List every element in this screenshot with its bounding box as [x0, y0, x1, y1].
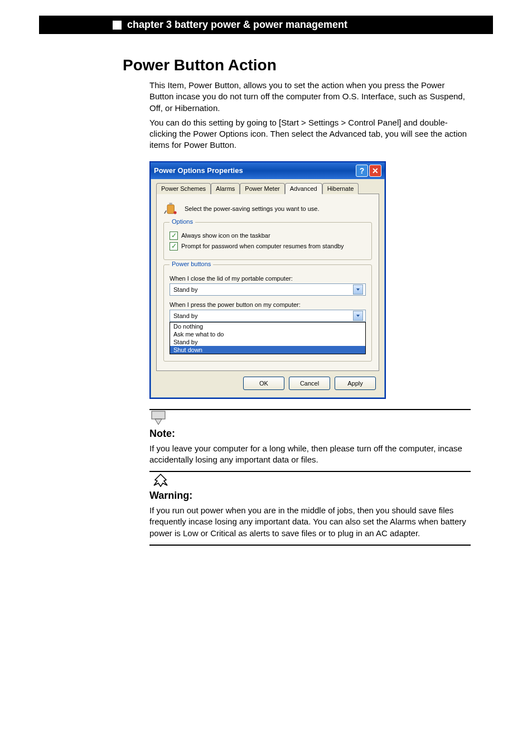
- checkbox-label: Always show icon on the taskbar: [181, 232, 270, 239]
- dialog-button-row: OK Cancel Apply: [156, 371, 379, 392]
- warning-text: If you run out power when you are in the…: [149, 505, 471, 539]
- svg-point-2: [173, 211, 176, 214]
- intro-text: Select the power-saving settings you wan…: [185, 205, 320, 212]
- chevron-down-icon: [353, 285, 363, 295]
- cancel-button[interactable]: Cancel: [289, 377, 330, 390]
- note-block: Note:: [149, 410, 471, 440]
- warning-block: Warning:: [149, 472, 471, 502]
- dropdown-option-selected[interactable]: Shut down: [170, 346, 365, 354]
- power-buttons-group: Power buttons When I close the lid of my…: [163, 264, 372, 362]
- chapter-line: chapter 3 battery power & power manageme…: [127, 19, 347, 31]
- svg-rect-1: [170, 203, 172, 205]
- divider: [149, 545, 471, 546]
- dropdown-option[interactable]: Stand by: [170, 338, 365, 346]
- apply-button[interactable]: Apply: [335, 377, 376, 390]
- tab-hibernate[interactable]: Hibernate: [322, 183, 359, 194]
- tab-panel-advanced: Select the power-saving settings you wan…: [156, 194, 379, 371]
- ok-button[interactable]: OK: [243, 377, 284, 390]
- power-button-label: When I press the power button on my comp…: [170, 301, 366, 308]
- warning-icon: [149, 472, 172, 488]
- page-header: chapter 3 battery power & power manageme…: [39, 16, 493, 34]
- checkbox-icon: ✓: [170, 232, 178, 240]
- checkbox-label: Prompt for password when computer resume…: [181, 243, 344, 249]
- power-button-dropdown[interactable]: Do nothing Ask me what to do Stand by Sh…: [170, 322, 366, 354]
- lid-close-select[interactable]: Stand by: [170, 283, 366, 296]
- power-button-select[interactable]: Stand by: [170, 310, 366, 322]
- power-options-dialog: Power Options Properties ? ✕ Power Schem…: [149, 161, 386, 399]
- dialog-title: Power Options Properties: [154, 166, 243, 175]
- section-title: Power Button Action: [123, 56, 532, 74]
- section-paragraph-2: You can do this setting by going to [Sta…: [149, 117, 471, 151]
- note-icon: [149, 410, 172, 426]
- dialog-titlebar[interactable]: Power Options Properties ? ✕: [151, 162, 385, 179]
- dropdown-option[interactable]: Do nothing: [170, 322, 365, 330]
- dropdown-option[interactable]: Ask me what to do: [170, 330, 365, 338]
- options-group: Options ✓ Always show icon on the taskba…: [163, 222, 372, 260]
- svg-rect-0: [167, 205, 174, 214]
- section-paragraph-1: This Item, Power Button, allows you to s…: [149, 80, 471, 114]
- tab-power-meter[interactable]: Power Meter: [240, 183, 284, 194]
- power-button-value: Stand by: [173, 312, 197, 319]
- tab-power-schemes[interactable]: Power Schemes: [156, 183, 211, 194]
- battery-plug-icon: [163, 201, 179, 216]
- close-button[interactable]: ✕: [369, 165, 381, 177]
- checkbox-taskbar-icon[interactable]: ✓ Always show icon on the taskbar: [170, 232, 366, 240]
- warning-label: Warning:: [149, 490, 192, 502]
- dialog-tabs: Power Schemes Alarms Power Meter Advance…: [156, 183, 379, 194]
- svg-rect-3: [152, 411, 165, 419]
- checkbox-icon: ✓: [170, 242, 178, 251]
- note-text: If you leave your computer for a long wh…: [149, 443, 471, 466]
- chevron-down-icon: [353, 311, 363, 321]
- options-legend: Options: [170, 218, 195, 225]
- tab-advanced[interactable]: Advanced: [285, 183, 322, 194]
- tab-alarms[interactable]: Alarms: [211, 183, 240, 194]
- lid-close-value: Stand by: [173, 286, 197, 293]
- power-buttons-legend: Power buttons: [170, 261, 213, 267]
- note-label: Note:: [149, 428, 175, 440]
- lid-close-label: When I close the lid of my portable comp…: [170, 275, 366, 282]
- checkbox-password-prompt[interactable]: ✓ Prompt for password when computer resu…: [170, 242, 366, 251]
- help-button[interactable]: ?: [356, 165, 368, 177]
- header-square-icon: [113, 21, 122, 30]
